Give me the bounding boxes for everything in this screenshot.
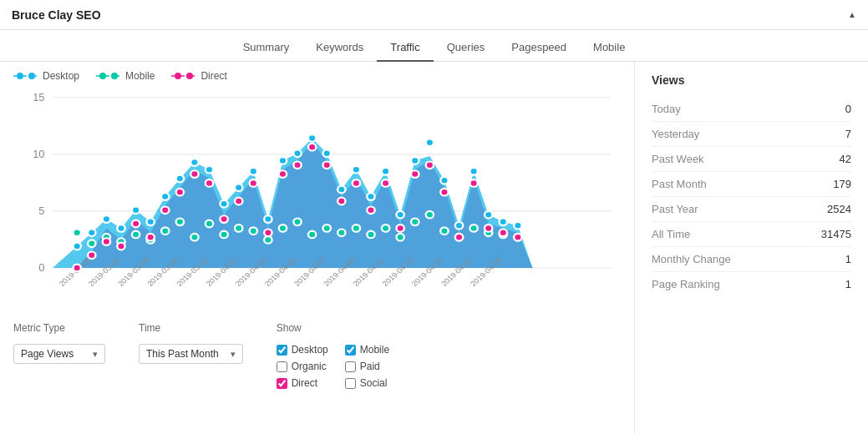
tab-summary[interactable]: Summary bbox=[230, 34, 303, 62]
views-value-past-year: 2524 bbox=[827, 203, 851, 215]
header: Bruce Clay SEO ▲ bbox=[0, 0, 868, 30]
checkbox-paid[interactable]: Paid bbox=[345, 361, 389, 372]
chart-svg-container: 15 10 5 0 2019-03-22 2019-03-24 2019-03-… bbox=[13, 88, 621, 314]
time-select[interactable]: This Past Month bbox=[139, 344, 243, 364]
chart-legend: Desktop Mobile Direct bbox=[13, 70, 621, 82]
svg-point-52 bbox=[338, 186, 345, 194]
svg-point-115 bbox=[353, 179, 360, 187]
views-row-yesterday: Yesterday 7 bbox=[652, 122, 851, 147]
checkbox-social[interactable]: Social bbox=[345, 377, 389, 389]
svg-point-126 bbox=[514, 234, 521, 241]
tab-traffic[interactable]: Traffic bbox=[377, 34, 433, 62]
svg-point-1 bbox=[17, 73, 23, 79]
svg-point-108 bbox=[250, 179, 257, 187]
svg-point-121 bbox=[440, 189, 448, 196]
svg-point-116 bbox=[367, 206, 374, 214]
tab-keywords[interactable]: Keywords bbox=[302, 34, 377, 62]
svg-point-86 bbox=[382, 225, 389, 232]
svg-point-57 bbox=[411, 157, 419, 164]
time-group: Time This Past Month bbox=[139, 322, 243, 364]
show-col-right: Mobile Paid Social bbox=[345, 344, 389, 389]
svg-point-111 bbox=[293, 161, 301, 169]
show-col-left: Desktop Organic Direct bbox=[277, 344, 328, 389]
views-value-past-week: 42 bbox=[840, 153, 851, 165]
svg-point-40 bbox=[161, 193, 169, 200]
checkbox-desktop-label: Desktop bbox=[292, 344, 328, 356]
svg-point-46 bbox=[250, 168, 257, 175]
checkbox-mobile[interactable]: Mobile bbox=[345, 344, 389, 356]
tab-pagespeed[interactable]: Pagespeed bbox=[498, 34, 580, 62]
svg-point-74 bbox=[206, 220, 213, 228]
svg-point-112 bbox=[308, 144, 316, 151]
legend-mobile: Mobile bbox=[96, 70, 155, 82]
svg-point-50 bbox=[308, 134, 316, 142]
svg-point-100 bbox=[132, 220, 140, 228]
metric-type-select[interactable]: Page Views bbox=[13, 344, 105, 364]
svg-text:5: 5 bbox=[38, 206, 44, 217]
svg-point-76 bbox=[235, 225, 242, 232]
svg-point-45 bbox=[235, 184, 242, 191]
svg-point-87 bbox=[396, 234, 404, 241]
checkbox-organic-label: Organic bbox=[292, 361, 327, 372]
views-value-past-month: 179 bbox=[833, 178, 851, 190]
checkbox-direct[interactable]: Direct bbox=[277, 377, 328, 389]
svg-point-77 bbox=[250, 227, 257, 235]
legend-desktop-label: Desktop bbox=[43, 70, 79, 82]
show-group: Show Desktop Organic Direct bbox=[277, 322, 389, 389]
views-value-today: 0 bbox=[845, 103, 851, 115]
svg-point-96 bbox=[74, 265, 81, 272]
main-content: Desktop Mobile Direct bbox=[0, 62, 868, 434]
views-row-today: Today 0 bbox=[652, 97, 851, 122]
svg-point-4 bbox=[99, 73, 106, 79]
checkbox-paid-label: Paid bbox=[360, 361, 380, 372]
svg-point-119 bbox=[411, 170, 419, 178]
svg-point-71 bbox=[161, 227, 169, 235]
svg-point-124 bbox=[485, 225, 492, 232]
views-label-page-ranking: Page Ranking bbox=[652, 278, 720, 290]
svg-text:10: 10 bbox=[33, 149, 44, 160]
views-label-all-time: All Time bbox=[652, 228, 690, 240]
tab-queries[interactable]: Queries bbox=[434, 34, 499, 62]
checkbox-organic[interactable]: Organic bbox=[277, 361, 328, 372]
svg-point-34 bbox=[74, 243, 81, 250]
svg-point-79 bbox=[279, 225, 287, 232]
svg-point-88 bbox=[411, 219, 419, 226]
svg-point-62 bbox=[485, 211, 492, 219]
svg-point-113 bbox=[323, 161, 331, 169]
views-value-yesterday: 7 bbox=[845, 128, 851, 140]
views-panel: Views Today 0 Yesterday 7 Past Week 42 P… bbox=[634, 62, 868, 434]
show-label: Show bbox=[277, 322, 389, 334]
metric-type-group: Metric Type Page Views bbox=[13, 322, 105, 364]
svg-point-90 bbox=[440, 227, 448, 235]
checkbox-desktop[interactable]: Desktop bbox=[277, 344, 328, 356]
tabs-bar: Summary Keywords Traffic Queries Pagespe… bbox=[0, 30, 868, 62]
svg-point-39 bbox=[146, 219, 154, 226]
svg-point-58 bbox=[426, 139, 434, 146]
checkbox-mobile-label: Mobile bbox=[360, 344, 389, 356]
svg-point-42 bbox=[190, 159, 198, 166]
svg-point-49 bbox=[293, 149, 301, 157]
views-value-monthly-change: 1 bbox=[845, 253, 851, 265]
svg-point-43 bbox=[206, 166, 213, 174]
svg-point-103 bbox=[176, 189, 184, 196]
svg-point-47 bbox=[264, 215, 272, 223]
svg-point-125 bbox=[500, 229, 507, 236]
tab-mobile[interactable]: Mobile bbox=[580, 34, 638, 62]
views-label-today: Today bbox=[652, 103, 681, 115]
svg-point-85 bbox=[367, 231, 374, 239]
svg-point-123 bbox=[470, 179, 477, 187]
collapse-icon[interactable]: ▲ bbox=[848, 10, 856, 19]
time-label: Time bbox=[139, 322, 243, 334]
svg-point-66 bbox=[88, 240, 95, 247]
svg-point-44 bbox=[220, 200, 227, 208]
views-rows: Today 0 Yesterday 7 Past Week 42 Past Mo… bbox=[652, 97, 851, 296]
svg-point-65 bbox=[74, 229, 81, 236]
chart-controls: Metric Type Page Views Time This Past Mo… bbox=[13, 314, 621, 389]
svg-point-7 bbox=[175, 73, 181, 79]
svg-point-54 bbox=[367, 193, 374, 200]
svg-text:0: 0 bbox=[38, 263, 44, 274]
svg-point-109 bbox=[264, 229, 272, 236]
svg-point-107 bbox=[235, 198, 242, 205]
svg-point-51 bbox=[323, 149, 331, 157]
svg-point-55 bbox=[382, 168, 389, 175]
